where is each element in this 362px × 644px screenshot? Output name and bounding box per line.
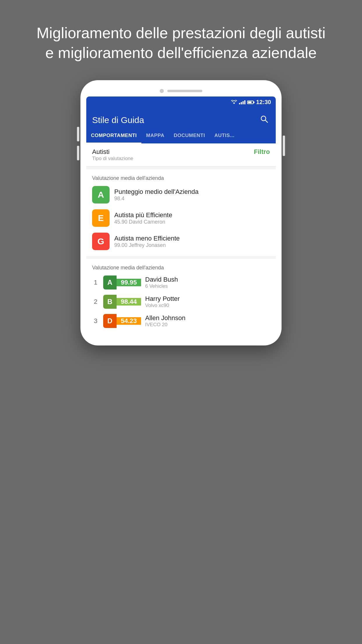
stat-value-1: 45.90 David Cameron <box>114 219 172 225</box>
status-icons: 12:30 <box>231 99 271 106</box>
rank-sub-3: IVECO 20 <box>145 322 185 328</box>
stat-value-2: 99.00 Jeffrey Jonasen <box>114 242 180 248</box>
tab-comportamenti[interactable]: COMPORTAMENTI <box>86 129 141 143</box>
volume-up-button <box>77 127 79 141</box>
signal-icon <box>239 100 245 104</box>
phone-screen: 12:30 Stile di Guida COMPORTAMENTI MAPPA… <box>86 96 276 337</box>
grade-badge-a: A <box>92 186 110 203</box>
section-2-title: Valutazione media dell'azienda <box>92 265 270 271</box>
rank-badge-letter-1: A <box>103 276 117 289</box>
section-1: Valutazione media dell'azienda A Puntegg… <box>86 169 276 256</box>
rank-badge-2: B 98.44 <box>103 295 141 309</box>
search-button[interactable] <box>258 113 270 127</box>
rank-badge-1: A 99.95 <box>103 276 141 289</box>
rank-badge-score-3: 54.23 <box>117 317 141 325</box>
rank-row-0: 1 A 99.95 David Bush 6 Vehicles <box>92 276 270 289</box>
battery-icon <box>247 101 254 104</box>
app-title: Stile di Guida <box>92 115 144 125</box>
filter-header-text: Autisti Tipo di valutazione <box>92 148 133 162</box>
phone-speaker <box>167 90 202 92</box>
filter-header: Autisti Tipo di valutazione Filtro <box>86 143 276 166</box>
rank-number-1: 1 <box>92 279 99 286</box>
rank-badge-score-2: 98.44 <box>117 298 141 306</box>
volume-down-button <box>77 146 79 160</box>
section-2: Valutazione media dell'azienda 1 A 99.95… <box>86 259 276 334</box>
grade-badge-g: G <box>92 233 110 250</box>
stat-info-1: Autista più Efficiente 45.90 David Camer… <box>114 211 172 225</box>
tab-mappa[interactable]: MAPPA <box>141 129 169 143</box>
stat-row-1: E Autista più Efficiente 45.90 David Cam… <box>92 209 270 227</box>
stat-row-0: A Punteggio medio dell'Azienda 98.4 <box>92 186 270 203</box>
page-headline: Miglioramento delle prestazioni degli au… <box>0 0 362 80</box>
power-button <box>283 136 285 156</box>
stat-label-1: Autista più Efficiente <box>114 211 172 219</box>
stat-row-2: G Autista meno Efficiente 99.00 Jeffrey … <box>92 233 270 250</box>
phone-mockup: 12:30 Stile di Guida COMPORTAMENTI MAPPA… <box>80 80 282 345</box>
section-1-title: Valutazione media dell'azienda <box>92 175 270 181</box>
rank-person-2: Harry Potter Volvo xc90 <box>145 295 180 308</box>
rank-name-2: Harry Potter <box>145 295 180 303</box>
rank-number-3: 3 <box>92 317 99 325</box>
filter-button[interactable]: Filtro <box>254 148 270 156</box>
filter-subtitle: Tipo di valutazione <box>92 156 133 162</box>
grade-badge-e: E <box>92 209 110 227</box>
stat-value-0: 98.4 <box>114 196 198 202</box>
filter-title: Autisti <box>92 148 133 156</box>
rank-badge-letter-2: B <box>103 295 117 309</box>
tab-autis[interactable]: AUTIS... <box>210 129 239 143</box>
rank-row-1: 2 B 98.44 Harry Potter Volvo xc90 <box>92 295 270 309</box>
stat-info-0: Punteggio medio dell'Azienda 98.4 <box>114 188 198 202</box>
rank-sub-2: Volvo xc90 <box>145 303 180 308</box>
tabs-bar: COMPORTAMENTI MAPPA DOCUMENTI AUTIS... <box>86 129 276 143</box>
rank-person-3: Allen Johnson IVECO 20 <box>145 314 185 328</box>
rank-number-2: 2 <box>92 298 99 306</box>
app-bar: Stile di Guida <box>86 108 276 129</box>
rank-sub-1: 6 Vehicles <box>145 283 178 289</box>
rank-name-1: David Bush <box>145 276 178 283</box>
content-area: Autisti Tipo di valutazione Filtro Valut… <box>86 143 276 334</box>
status-time: 12:30 <box>256 99 271 106</box>
phone-top-bar <box>86 89 276 93</box>
rank-person-1: David Bush 6 Vehicles <box>145 276 178 289</box>
wifi-icon <box>231 100 237 105</box>
tab-documenti[interactable]: DOCUMENTI <box>169 129 210 143</box>
stat-info-2: Autista meno Efficiente 99.00 Jeffrey Jo… <box>114 235 180 248</box>
status-bar: 12:30 <box>86 96 276 108</box>
rank-badge-letter-3: D <box>103 314 117 328</box>
stat-label-0: Punteggio medio dell'Azienda <box>114 188 198 196</box>
rank-badge-score-1: 99.95 <box>117 279 141 286</box>
stat-label-2: Autista meno Efficiente <box>114 235 180 242</box>
svg-marker-0 <box>233 103 235 104</box>
front-camera <box>160 89 164 93</box>
svg-line-2 <box>265 120 268 122</box>
rank-badge-3: D 54.23 <box>103 314 141 328</box>
rank-row-2: 3 D 54.23 Allen Johnson IVECO 20 <box>92 314 270 328</box>
rank-name-3: Allen Johnson <box>145 314 185 322</box>
